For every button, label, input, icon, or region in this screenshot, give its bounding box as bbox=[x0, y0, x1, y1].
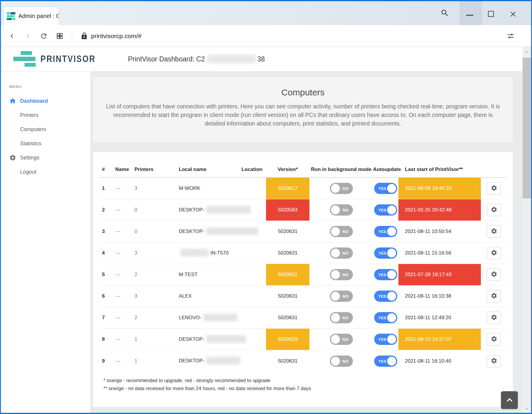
autoupdate-toggle[interactable]: YES bbox=[374, 204, 397, 216]
row-settings-button[interactable] bbox=[487, 312, 501, 324]
toggle-label: NO bbox=[343, 316, 349, 320]
row-settings-button[interactable] bbox=[487, 333, 501, 345]
scrollbar-up-icon[interactable] bbox=[525, 50, 529, 54]
autoupdate-cell: YES bbox=[373, 204, 398, 216]
scroll-to-top-button[interactable] bbox=[501, 391, 518, 409]
printers-count-link[interactable]: 3 bbox=[133, 185, 166, 191]
reload-icon[interactable] bbox=[40, 32, 48, 40]
autoupdate-toggle[interactable]: YES bbox=[374, 183, 397, 194]
maximize-button[interactable] bbox=[488, 11, 494, 17]
column-header-last-start: Last start of PrintVisor** bbox=[398, 167, 481, 172]
scrollbar-down-icon[interactable] bbox=[525, 407, 529, 410]
column-header-run-bg: Run in background mode bbox=[309, 167, 373, 172]
home-icon bbox=[9, 97, 16, 105]
version-cell: 5020629 bbox=[266, 329, 309, 350]
sidebar-item-settings[interactable]: Settings bbox=[1, 151, 90, 165]
local-name-text: IN-T570 bbox=[210, 250, 228, 255]
name-link[interactable]: --- bbox=[114, 336, 133, 342]
printers-count-link[interactable]: 0 bbox=[133, 207, 166, 213]
printers-count-link[interactable]: 3 bbox=[133, 293, 166, 299]
printvisor-logo: PRINTVISOR bbox=[13, 51, 105, 67]
forward-icon[interactable] bbox=[24, 32, 32, 40]
scrollbar[interactable] bbox=[523, 47, 531, 413]
printers-count-link[interactable]: 3 bbox=[133, 250, 166, 256]
autoupdate-toggle[interactable]: YES bbox=[374, 226, 397, 237]
scrollbar-thumb[interactable] bbox=[523, 58, 531, 198]
version-cell: 5020617 bbox=[266, 178, 309, 199]
local-name-text: DESKTOP- bbox=[179, 228, 205, 234]
browser-tab[interactable]: Admin panel : C bbox=[4, 7, 59, 25]
run-in-background-toggle[interactable]: NO bbox=[330, 226, 353, 237]
row-settings-button[interactable] bbox=[487, 182, 501, 195]
row-settings-button[interactable] bbox=[487, 247, 501, 259]
minimize-button[interactable] bbox=[466, 15, 474, 18]
printers-count-link[interactable]: 1 bbox=[133, 358, 166, 364]
local-name-cell: IN-T570 bbox=[166, 249, 238, 257]
last-start-cell: 2021-08-11 15:16:56 bbox=[398, 242, 481, 264]
sidebar-item-spacer bbox=[9, 126, 16, 133]
run-in-background-toggle[interactable]: NO bbox=[330, 334, 353, 345]
row-number-cell: 9 bbox=[99, 358, 114, 364]
local-name-cell: DESKTOP- bbox=[166, 227, 238, 236]
row-settings-button[interactable] bbox=[487, 204, 501, 216]
row-settings-button[interactable] bbox=[487, 355, 501, 367]
name-link[interactable]: --- bbox=[114, 207, 133, 213]
tiles-icon[interactable] bbox=[56, 32, 64, 40]
autoupdate-toggle[interactable]: YES bbox=[374, 356, 397, 367]
name-link[interactable]: --- bbox=[114, 315, 133, 321]
run-in-background-toggle[interactable]: NO bbox=[330, 291, 353, 302]
url-text[interactable]: printvisorcp.com/# bbox=[91, 32, 141, 40]
sidebar-item-printers[interactable]: Printers bbox=[1, 108, 90, 122]
name-link[interactable]: --- bbox=[114, 185, 133, 191]
printers-count-link[interactable]: 2 bbox=[133, 315, 166, 321]
address-bar: printvisorcp.com/# bbox=[1, 25, 531, 47]
toggle-knob bbox=[387, 357, 396, 366]
printvisor-logo-icon bbox=[13, 51, 36, 67]
run-in-background-toggle[interactable]: NO bbox=[330, 356, 353, 367]
printers-count-link[interactable]: 1 bbox=[133, 336, 166, 342]
toolbar-divider bbox=[72, 32, 72, 40]
table-row: 5---2M-TEST5020621NOYES2021-07-28 19:17:… bbox=[99, 264, 507, 286]
row-settings-button[interactable] bbox=[487, 225, 501, 238]
version-cell: 5020631 bbox=[266, 242, 309, 264]
sidebar-item-logout[interactable]: Logout bbox=[1, 165, 90, 179]
redacted-text bbox=[206, 357, 240, 364]
sidebar-item-dashboard[interactable]: Dashboard bbox=[1, 94, 90, 108]
name-link[interactable]: --- bbox=[114, 229, 133, 234]
sidebar-item-label: Computers bbox=[20, 126, 46, 133]
autoupdate-toggle[interactable]: YES bbox=[374, 247, 397, 259]
local-name-cell: LENOVO- bbox=[166, 314, 238, 322]
run-in-background-toggle[interactable]: NO bbox=[330, 183, 353, 194]
run-bg-cell: NO bbox=[309, 226, 373, 237]
footnotes: * orange - recommended to upgrade, red -… bbox=[99, 376, 507, 392]
close-button[interactable] bbox=[509, 10, 517, 18]
sidebar-item-statistics[interactable]: Statistics bbox=[1, 136, 90, 151]
actions-cell bbox=[481, 350, 507, 372]
toggle-knob bbox=[331, 249, 340, 257]
autoupdate-toggle[interactable]: YES bbox=[374, 291, 397, 302]
row-settings-button[interactable] bbox=[487, 268, 501, 281]
search-icon[interactable] bbox=[440, 9, 449, 17]
back-icon[interactable] bbox=[8, 32, 16, 40]
toggle-knob bbox=[387, 227, 396, 236]
printers-count-link[interactable]: 0 bbox=[133, 229, 166, 234]
printers-count-link[interactable]: 2 bbox=[133, 272, 166, 278]
sidebar-item-computers[interactable]: Computers bbox=[1, 122, 90, 136]
run-in-background-toggle[interactable]: NO bbox=[330, 312, 353, 323]
tune-icon[interactable] bbox=[507, 32, 515, 40]
toggle-knob bbox=[387, 206, 396, 214]
autoupdate-toggle[interactable]: YES bbox=[374, 312, 397, 323]
name-link[interactable]: --- bbox=[114, 358, 133, 364]
column-header-local-name: Local name bbox=[166, 167, 238, 172]
toggle-label: YES bbox=[378, 208, 387, 212]
autoupdate-toggle[interactable]: YES bbox=[374, 269, 397, 280]
run-in-background-toggle[interactable]: NO bbox=[330, 247, 353, 259]
local-name-text: DESKTOP- bbox=[179, 207, 205, 212]
row-settings-button[interactable] bbox=[487, 290, 501, 302]
run-in-background-toggle[interactable]: NO bbox=[330, 269, 353, 280]
autoupdate-toggle[interactable]: YES bbox=[374, 334, 397, 345]
name-link[interactable]: --- bbox=[114, 250, 133, 256]
name-link[interactable]: --- bbox=[114, 272, 133, 278]
name-link[interactable]: --- bbox=[114, 293, 133, 299]
run-in-background-toggle[interactable]: NO bbox=[330, 204, 353, 216]
